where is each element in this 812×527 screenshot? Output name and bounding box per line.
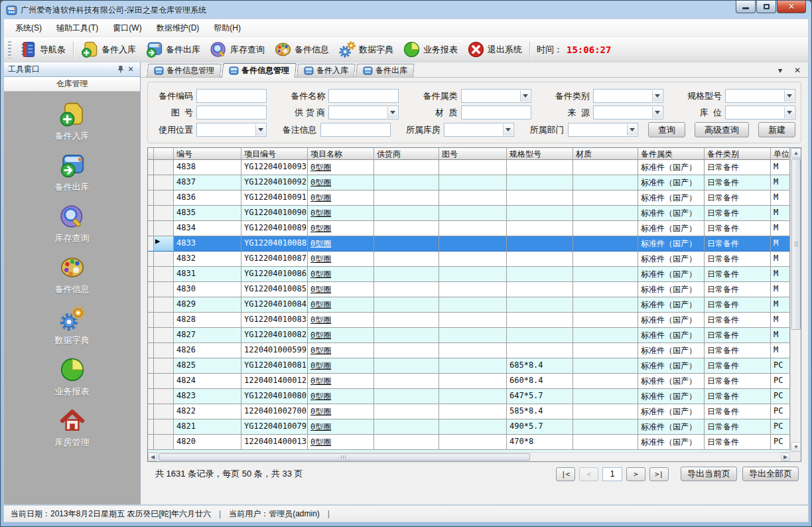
grid-cell[interactable]: 标准件（国产） — [638, 221, 705, 236]
chevron-down-icon[interactable] — [255, 124, 265, 135]
grid-cell[interactable]: PC — [771, 419, 790, 435]
grid-cell[interactable]: YG12204010092 — [241, 175, 308, 190]
grid-cell[interactable] — [573, 313, 638, 328]
grid-cell[interactable] — [374, 313, 439, 328]
grid-cell[interactable] — [507, 252, 573, 267]
first-page-button[interactable]: |< — [556, 467, 575, 481]
grid-cell[interactable]: YG12204010081 — [241, 358, 308, 374]
grid-cell[interactable]: M — [771, 236, 790, 252]
grid-cell[interactable] — [573, 175, 638, 190]
grid-cell[interactable]: 0型圈 — [308, 343, 374, 358]
toolbar-item-spare-in[interactable]: 备件入库 — [76, 38, 141, 60]
export-all-pages-button[interactable]: 导出全部页 — [742, 467, 799, 481]
grid-cell[interactable]: YG12204010088 — [241, 236, 308, 252]
grid-cell[interactable]: 585*8.4 — [507, 404, 573, 419]
table-row[interactable]: ▶4833YG122040100880型圈标准件（国产）日常备件M — [148, 236, 790, 252]
grid-cell[interactable] — [573, 267, 638, 282]
form-select[interactable] — [568, 123, 638, 137]
grid-cell[interactable]: YG12204010085 — [241, 282, 308, 297]
menu-item[interactable]: 窗口(W) — [105, 20, 149, 37]
grid-cell[interactable] — [439, 297, 507, 313]
grid-cell[interactable] — [439, 252, 507, 267]
grid-cell[interactable]: 日常备件 — [705, 252, 771, 267]
grid-cell[interactable]: 4833 — [174, 236, 241, 252]
grid-cell[interactable]: 标准件（国产） — [638, 267, 705, 282]
horizontal-scrollbar[interactable]: ◀ ▶ — [148, 452, 790, 461]
grid-cell[interactable]: YG12204010093 — [241, 160, 308, 175]
row-selector[interactable] — [154, 175, 174, 190]
grid-cell[interactable]: 0型圈 — [308, 389, 374, 404]
grid-cell[interactable]: 0型圈 — [308, 435, 374, 450]
column-header[interactable]: 供货商 — [374, 148, 439, 160]
next-page-button[interactable]: > — [626, 467, 645, 481]
grid-cell[interactable] — [148, 190, 154, 206]
table-row[interactable]: 482612204010005990型圈标准件（国产）日常备件M — [148, 343, 790, 358]
sidebar-item-spare-info[interactable]: 备件信息 — [33, 254, 112, 295]
grid-cell[interactable] — [507, 313, 573, 328]
grid-cell[interactable] — [439, 313, 507, 328]
grid-cell[interactable]: M — [771, 328, 790, 343]
grid-cell[interactable] — [148, 404, 154, 419]
chevron-down-icon[interactable] — [784, 90, 794, 102]
scroll-right-icon[interactable]: ▶ — [781, 453, 790, 461]
grid-cell[interactable]: 标准件（国产） — [638, 190, 705, 206]
grid-cell[interactable]: PC — [771, 435, 790, 450]
scroll-left-icon[interactable]: ◀ — [148, 453, 157, 461]
grid-cell[interactable]: 标准件（国产） — [638, 206, 705, 221]
grid-cell[interactable]: 4820 — [174, 435, 241, 450]
grid-cell[interactable]: 0型圈 — [308, 404, 374, 419]
toolbar-item-data-dict[interactable]: 数据字典 — [334, 38, 398, 60]
chevron-down-icon[interactable] — [503, 124, 513, 135]
grid-cell[interactable] — [439, 328, 507, 343]
grid-cell[interactable]: M — [771, 282, 790, 297]
grid-cell[interactable]: 日常备件 — [705, 160, 771, 175]
grid-cell[interactable]: 标准件（国产） — [638, 419, 705, 435]
grid-cell[interactable]: 0型圈 — [308, 374, 374, 389]
grid-cell[interactable] — [374, 358, 439, 374]
grid-cell[interactable] — [374, 374, 439, 389]
export-current-page-button[interactable]: 导出当前页 — [681, 467, 737, 481]
grid-cell[interactable]: 1220401400013 — [241, 435, 308, 450]
grid-cell[interactable]: 4834 — [174, 221, 241, 236]
grid-cell[interactable] — [573, 160, 638, 175]
form-input[interactable] — [461, 106, 531, 119]
grid-cell[interactable] — [148, 267, 154, 282]
vertical-scroll-thumb[interactable] — [791, 159, 801, 330]
sidebar-item-spare-out[interactable]: 备件出库 — [33, 152, 112, 193]
minimize-button[interactable] — [736, 1, 756, 13]
grid-cell[interactable] — [573, 404, 638, 419]
grid-cell[interactable]: 0型圈 — [308, 190, 374, 206]
sidebar-item-spare-in[interactable]: 备件入库 — [33, 101, 112, 142]
form-input[interactable] — [196, 89, 267, 103]
column-header[interactable]: 图号 — [439, 148, 507, 160]
form-select[interactable] — [196, 123, 267, 137]
grid-cell[interactable] — [374, 175, 439, 190]
table-row[interactable]: 4835YG122040100900型圈标准件（国产）日常备件M — [148, 206, 790, 221]
grid-cell[interactable] — [148, 160, 154, 175]
grid-cell[interactable] — [573, 435, 638, 450]
form-select[interactable] — [461, 89, 531, 103]
grid-cell[interactable] — [148, 374, 154, 389]
grid-cell[interactable]: 0型圈 — [308, 313, 374, 328]
grid-cell[interactable]: 标准件（国产） — [638, 297, 705, 313]
sidebar-item-data-dict[interactable]: 数据字典 — [33, 305, 112, 346]
grid-cell[interactable]: 日常备件 — [705, 435, 771, 450]
grid-cell[interactable] — [507, 206, 573, 221]
grid-cell[interactable]: 4838 — [174, 160, 241, 175]
grid-cell[interactable] — [439, 343, 507, 358]
table-row[interactable]: 482412204014000120型圈660*8.4标准件（国产）日常备件PC — [148, 374, 790, 389]
grid-cell[interactable]: 标准件（国产） — [638, 328, 705, 343]
grid-cell[interactable]: 1220401000599 — [241, 343, 308, 358]
grid-cell[interactable] — [439, 221, 507, 236]
row-selector[interactable] — [154, 404, 174, 419]
grid-cell[interactable] — [573, 252, 638, 267]
grid-cell[interactable] — [439, 389, 507, 404]
grid-cell[interactable]: 标准件（国产） — [638, 404, 705, 419]
grid-cell[interactable] — [374, 328, 439, 343]
grid-cell[interactable]: 日常备件 — [705, 419, 771, 435]
grid-cell[interactable]: 4836 — [174, 190, 241, 206]
grid-cell[interactable]: 0型圈 — [308, 282, 374, 297]
scroll-up-icon[interactable]: ▲ — [791, 148, 801, 158]
selected-row-marker-icon[interactable]: ▶ — [154, 236, 174, 252]
grid-cell[interactable]: 标准件（国产） — [638, 374, 705, 389]
